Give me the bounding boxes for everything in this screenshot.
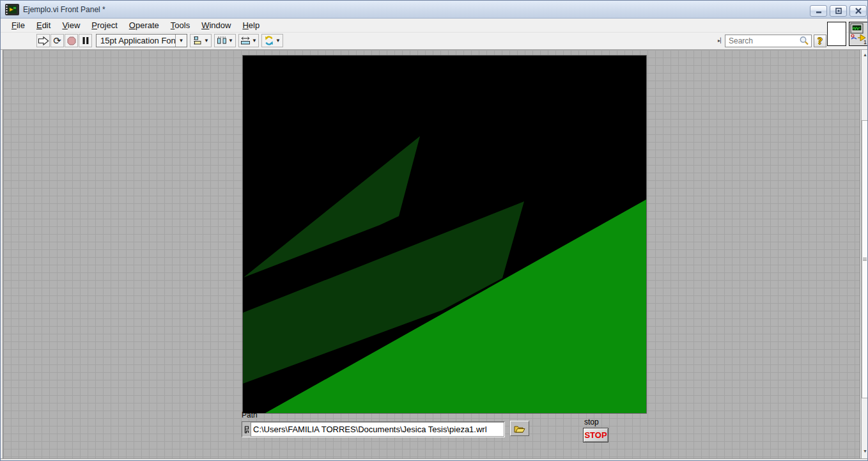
menu-item-window[interactable]: Window (196, 19, 236, 32)
scroll-grip-icon (863, 258, 867, 262)
run-continuously-button[interactable]: ⟳ (50, 34, 64, 47)
reorder-dropdown[interactable]: ▼ (261, 34, 283, 47)
vi-icon[interactable]: 1 (849, 22, 868, 46)
help-icon: ? (818, 36, 823, 47)
resize-objects-dropdown[interactable]: ▼ (238, 34, 259, 47)
path-value-field[interactable]: C:\Users\FAMILIA TORRES\Documents\Jesica… (251, 422, 504, 437)
resize-objects-caret-icon: ▼ (252, 38, 257, 43)
window-controls (810, 5, 867, 17)
run-continuously-icon: ⟳ (53, 36, 61, 45)
search-collapse-icon[interactable]: ▸▏ (718, 38, 724, 43)
menu-item-operate[interactable]: Operate (123, 19, 165, 32)
labview-front-panel-window: Ejemplo.vi Front Panel * FileEditViewPro… (0, 0, 868, 461)
font-selector[interactable]: 15pt Application Font ▼ (96, 34, 187, 47)
pause-icon (82, 36, 89, 45)
path-control: C:\Users\FAMILIA TORRES\Documents\Jesica… (242, 421, 505, 437)
browse-button[interactable] (510, 421, 529, 436)
minimize-button[interactable] (810, 5, 827, 17)
window-title: Ejemplo.vi Front Panel * (23, 5, 105, 14)
reorder-icon (264, 36, 274, 45)
align-objects-caret-icon: ▼ (204, 38, 209, 43)
labview-app-icon (5, 4, 19, 15)
3d-picture-control[interactable] (242, 55, 647, 414)
distribute-objects-icon (217, 36, 227, 45)
connector-pane[interactable] (827, 22, 846, 46)
menu-item-tools[interactable]: Tools (165, 19, 196, 32)
search-box (725, 35, 812, 47)
path-type-icon (242, 422, 251, 437)
toolbar: ⟳ 15pt Application Font ▼ ▼ (1, 33, 868, 50)
abort-icon (67, 36, 76, 45)
reorder-caret-icon: ▼ (275, 38, 281, 43)
search-input[interactable] (725, 36, 799, 45)
menubar: FileEditViewProjectOperateToolsWindowHel… (1, 19, 868, 33)
run-button[interactable] (36, 34, 50, 47)
vi-icon-number: 1 (864, 39, 867, 45)
menu-item-file[interactable]: File (6, 19, 31, 32)
scene-svg (243, 56, 646, 413)
align-objects-dropdown[interactable]: ▼ (190, 34, 212, 47)
stop-button[interactable]: STOP (583, 428, 608, 442)
search-icon[interactable] (799, 36, 809, 46)
menu-item-project[interactable]: Project (86, 19, 123, 32)
scroll-up-icon[interactable]: ▲ (862, 52, 868, 57)
align-objects-icon (192, 36, 203, 45)
menu-item-view[interactable]: View (56, 19, 86, 32)
font-selector-caret-icon[interactable]: ▼ (175, 35, 187, 47)
menu-item-help[interactable]: Help (236, 19, 265, 32)
pause-button[interactable] (79, 34, 92, 47)
maximize-button[interactable] (830, 5, 847, 17)
path-label: Path (242, 410, 258, 419)
stop-button-text: STOP (584, 430, 607, 440)
font-selector-value: 15pt Application Font (97, 36, 175, 45)
stop-label: stop (584, 418, 599, 426)
menu-item-edit[interactable]: Edit (31, 19, 56, 32)
distribute-objects-caret-icon: ▼ (228, 38, 233, 43)
folder-open-icon (514, 425, 525, 433)
horizontal-scrollbar[interactable] (1, 458, 868, 461)
vertical-scrollbar-thumb[interactable] (862, 120, 868, 398)
help-button[interactable]: ? (814, 35, 826, 47)
titlebar: Ejemplo.vi Front Panel * (1, 1, 868, 19)
vertical-scrollbar[interactable]: ▲ ▼ (861, 50, 868, 458)
run-icon (38, 36, 49, 46)
distribute-objects-dropdown[interactable]: ▼ (214, 34, 236, 47)
resize-objects-icon (240, 36, 251, 45)
close-button[interactable] (849, 5, 867, 17)
scroll-down-icon[interactable]: ▼ (862, 449, 868, 453)
abort-button[interactable] (65, 34, 78, 47)
